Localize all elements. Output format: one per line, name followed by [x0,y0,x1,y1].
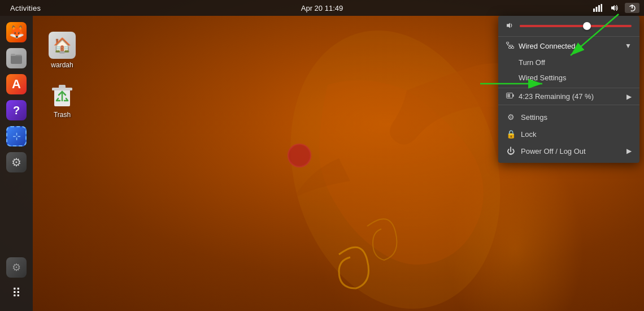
wired-settings-item[interactable]: Wired Settings [498,70,639,85]
dock [0,16,33,311]
trash-icon [49,81,76,109]
dock-item-settings[interactable] [3,150,29,174]
bottom-menu: ⚙ Settings 🔒 Lock ⏻ Power Off / Log Out … [498,105,639,163]
battery-expand-chevron: ▶ [626,93,632,101]
system-menu-dropdown: Wired Connected ▼ Turn Off Wired Setting… [498,16,639,163]
wired-connected-label: Wired Connected [519,42,620,50]
topbar-left: Activities [5,4,46,12]
settings-icon [6,152,27,172]
volume-slider-thumb[interactable] [583,22,591,30]
topbar-right [591,3,639,13]
network-status-icon[interactable] [591,3,604,13]
battery-status-row[interactable]: 4:23 Remaining (47 %) ▶ [498,88,639,105]
volume-slider-fill [520,25,587,27]
power-off-menu-label: Power Off / Log Out [521,147,621,156]
power-menu-icon[interactable] [625,3,639,13]
power-off-menu-item[interactable]: ⏻ Power Off / Log Out ▶ [498,142,639,159]
wired-connected-header[interactable]: Wired Connected ▼ [498,37,639,55]
svg-rect-12 [507,42,509,44]
lock-menu-item[interactable]: 🔒 Lock [498,126,639,142]
volume-slider-icon [506,21,514,31]
svg-rect-5 [601,4,603,12]
screenshot-icon [6,126,27,146]
trash-icon-label: Trash [54,111,71,119]
dock-item-screenshot[interactable] [3,124,29,148]
firefox-icon [6,22,27,42]
power-off-expand-arrow: ▶ [626,147,632,155]
battery-icon [506,92,514,101]
help-icon [6,100,27,120]
wired-network-section: Wired Connected ▼ Turn Off Wired Setting… [498,37,639,88]
dock-item-appgrid[interactable] [3,282,29,305]
svg-rect-11 [59,85,66,88]
svg-point-0 [260,7,530,311]
wired-network-icon [506,41,514,50]
dock-item-sysmon[interactable] [3,256,29,279]
lock-menu-icon: 🔒 [506,129,515,139]
svg-rect-4 [598,5,600,12]
files-icon [6,48,27,68]
wired-submenu: Turn Off Wired Settings [498,55,639,88]
lock-menu-label: Lock [521,130,632,139]
dock-item-firefox[interactable] [3,20,29,44]
wired-expand-chevron: ▼ [625,42,632,50]
svg-rect-14 [512,47,514,49]
sysmon-icon [6,257,27,278]
settings-menu-item[interactable]: ⚙ Settings [498,109,639,126]
svg-rect-8 [11,55,22,64]
desktop-icons-area: wardah Trash [40,28,85,122]
volume-row[interactable] [498,16,639,37]
volume-slider[interactable] [520,25,632,27]
volume-icon[interactable] [608,3,621,13]
svg-rect-22 [507,94,510,97]
activities-button[interactable]: Activities [5,4,46,12]
settings-menu-label: Settings [521,113,632,122]
desktop: Activities Apr 20 11:49 [0,0,644,311]
svg-rect-13 [509,47,511,49]
dock-item-appstore[interactable] [3,72,29,96]
settings-menu-icon: ⚙ [506,113,515,122]
power-off-menu-icon: ⏻ [506,146,515,156]
dock-item-help[interactable] [3,98,29,122]
appstore-icon [6,74,27,94]
desktop-icon-trash[interactable]: Trash [40,78,85,122]
topbar: Activities Apr 20 11:49 [0,0,644,16]
desktop-icon-wardah[interactable]: wardah [40,28,85,72]
battery-remaining-label: 4:23 Remaining (47 %) [519,92,622,101]
dock-item-files[interactable] [3,46,29,70]
topbar-datetime: Apr 20 11:49 [301,4,343,12]
svg-point-1 [288,144,311,167]
wardah-icon-label: wardah [51,61,73,69]
svg-rect-21 [513,94,514,97]
appgrid-icon [6,283,27,304]
svg-rect-2 [593,8,595,12]
turn-off-item[interactable]: Turn Off [498,55,639,70]
svg-rect-3 [596,7,598,12]
wardah-folder-icon [49,32,76,59]
